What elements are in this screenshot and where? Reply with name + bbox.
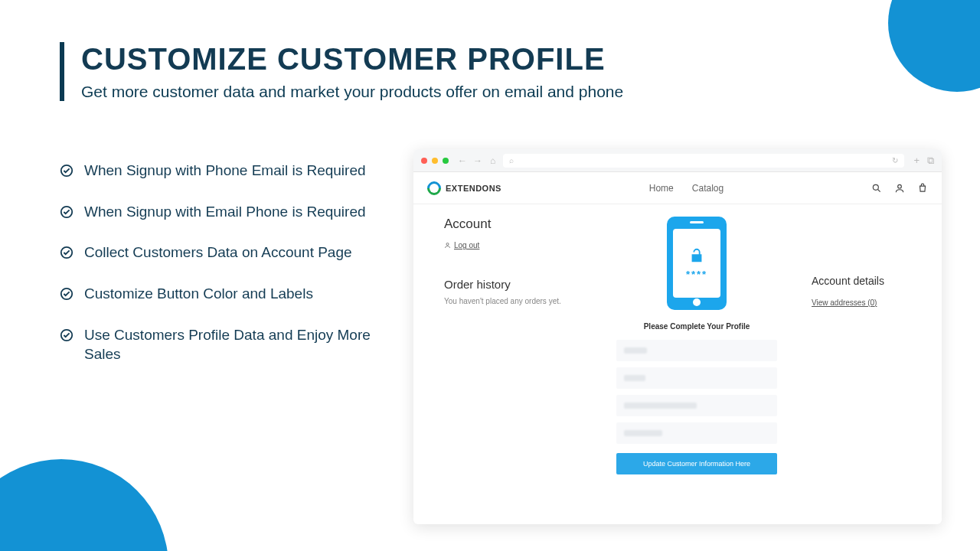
profile-field-3[interactable] — [616, 395, 777, 416]
site-logo[interactable]: EXTENDONS — [427, 181, 501, 195]
forward-arrow-icon[interactable]: → — [473, 155, 482, 166]
bullet-text: When Signup with Email Phone is Required — [84, 202, 366, 222]
unlock-icon — [688, 247, 705, 264]
bullet-item: When Signup with Email Phone is Required — [60, 202, 374, 222]
search-icon[interactable] — [871, 183, 882, 194]
bullet-item: Customize Button Color and Labels — [60, 284, 374, 304]
refresh-icon[interactable]: ↻ — [892, 156, 898, 165]
site-header: EXTENDONS Home Catalog — [413, 172, 942, 204]
user-icon[interactable] — [894, 183, 905, 194]
check-circle-icon — [60, 205, 74, 219]
cart-icon[interactable] — [917, 183, 928, 194]
back-arrow-icon[interactable]: ← — [458, 155, 467, 166]
plus-icon[interactable]: + — [913, 155, 920, 167]
bullet-text: Customize Button Color and Labels — [84, 284, 313, 304]
home-icon[interactable]: ⌂ — [490, 155, 495, 166]
check-circle-icon — [60, 164, 74, 178]
maximize-dot-icon[interactable] — [443, 158, 449, 164]
nav-catalog[interactable]: Catalog — [692, 183, 724, 194]
phone-notch — [690, 221, 704, 223]
profile-form-column: **** Please Complete Your Profile Update… — [582, 217, 812, 524]
svg-line-6 — [878, 189, 880, 191]
nav-arrows: ← → — [458, 155, 482, 166]
logo-text: EXTENDONS — [446, 184, 501, 193]
check-circle-icon — [60, 328, 74, 342]
feature-bullets: When Signup with Phone Email is Required… — [60, 161, 374, 386]
check-circle-icon — [60, 246, 74, 259]
account-left-column: Account Log out Order history You haven'… — [444, 217, 582, 524]
url-bar[interactable]: ⌕ ↻ — [503, 154, 904, 168]
svg-point-8 — [446, 243, 449, 246]
account-right-column: Account details View addresses (0) — [812, 217, 919, 524]
account-title: Account — [444, 217, 582, 232]
profile-field-1[interactable] — [616, 340, 777, 361]
phone-illustration: **** — [667, 217, 727, 310]
page-subtitle: Get more customer data and market your p… — [81, 83, 623, 101]
close-dot-icon[interactable] — [421, 158, 427, 164]
user-icon — [444, 242, 451, 249]
page-title: Customize Customer Profile — [81, 42, 623, 77]
copy-icon[interactable]: ⧉ — [927, 155, 934, 167]
profile-field-4[interactable] — [616, 422, 777, 444]
browser-mockup: ← → ⌂ ⌕ ↻ + ⧉ EXTENDONS Home Catalog Acc — [413, 149, 942, 524]
traffic-lights — [421, 158, 449, 164]
profile-field-2[interactable] — [616, 367, 777, 389]
account-details-title: Account details — [812, 275, 919, 287]
bullet-item: When Signup with Phone Email is Required — [60, 161, 374, 181]
complete-profile-label: Please Complete Your Profile — [644, 322, 750, 331]
page-body: Account Log out Order history You haven'… — [413, 204, 942, 524]
view-addresses-link[interactable]: View addresses (0) — [812, 298, 877, 307]
order-history-title: Order history — [444, 278, 582, 291]
bullet-text: When Signup with Phone Email is Required — [84, 161, 366, 181]
svg-point-7 — [898, 184, 902, 188]
phone-home-button — [693, 298, 701, 306]
search-icon: ⌕ — [509, 156, 514, 165]
bullet-item: Use Customers Profile Data and Enjoy Mor… — [60, 325, 374, 364]
bullet-text: Collect Customers Data on Account Page — [84, 243, 352, 262]
decorative-corner-bottom-left — [0, 459, 168, 551]
nav-home[interactable]: Home — [649, 183, 674, 194]
logout-link[interactable]: Log out — [444, 241, 479, 249]
phone-screen: **** — [673, 229, 720, 298]
decorative-corner-top-right — [888, 0, 980, 92]
logout-label: Log out — [454, 241, 479, 249]
header-block: Customize Customer Profile Get more cust… — [60, 42, 623, 101]
svg-point-5 — [873, 184, 878, 190]
order-empty-text: You haven't placed any orders yet. — [444, 297, 582, 305]
minimize-dot-icon[interactable] — [432, 158, 438, 164]
logo-icon — [424, 178, 443, 197]
bullet-text: Use Customers Profile Data and Enjoy Mor… — [84, 325, 374, 364]
update-info-button[interactable]: Update Customer Information Here — [616, 453, 777, 474]
check-circle-icon — [60, 287, 74, 301]
password-stars: **** — [686, 269, 707, 280]
browser-toolbar: ← → ⌂ ⌕ ↻ + ⧉ — [413, 149, 942, 172]
bullet-item: Collect Customers Data on Account Page — [60, 243, 374, 262]
